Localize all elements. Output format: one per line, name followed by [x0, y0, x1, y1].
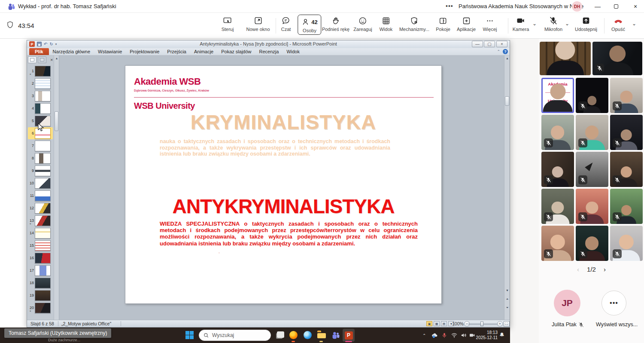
slide-thumbnail-12[interactable]: 12: [28, 202, 53, 214]
ppt-close-button[interactable]: ×: [496, 41, 507, 47]
view-button[interactable]: Widok: [380, 15, 393, 32]
participant-video-tile[interactable]: [576, 152, 608, 187]
ppt-tab-przejscia[interactable]: Przejścia: [163, 48, 190, 55]
share-button[interactable]: Udostępnij: [575, 15, 597, 32]
powerpoint-taskbar-icon[interactable]: P: [343, 329, 355, 342]
clock[interactable]: 18:132025-12-11: [474, 330, 498, 340]
zoom-slider-thumb[interactable]: [480, 322, 483, 326]
fit-to-window-button[interactable]: ⛶: [504, 321, 510, 327]
participant-video-tile[interactable]: [610, 115, 643, 150]
slide-thumbnail-18[interactable]: 18: [28, 277, 53, 289]
close-button[interactable]: ×: [627, 0, 644, 13]
ppt-minimize-button[interactable]: —: [472, 41, 483, 47]
slide-thumbnail-14[interactable]: 14: [28, 227, 53, 239]
participant-video-tile[interactable]: [541, 152, 574, 187]
mic-options-chevron[interactable]: ⌄: [565, 21, 569, 27]
mic-in-use-icon[interactable]: [441, 328, 447, 343]
mechanisms-button[interactable]: Mechanizmy...: [399, 15, 429, 32]
previous-page-chevron[interactable]: ‹: [577, 266, 579, 273]
new-window-button[interactable]: Nowe okno: [246, 15, 270, 32]
scroll-up-icon[interactable]: ▲: [54, 55, 59, 61]
presenter-video-tile[interactable]: Akademia WSBWSB University: [541, 78, 574, 113]
start-button[interactable]: [185, 331, 194, 339]
ppt-tab-plik[interactable]: Plik: [29, 48, 49, 55]
slide-thumbnail-15[interactable]: 15: [28, 239, 53, 251]
ppt-tab-narzedzia-glowne[interactable]: Narzędzia główne: [49, 48, 94, 55]
onedrive-icon[interactable]: [431, 328, 438, 343]
ppt-tab-pokaz-slajdow[interactable]: Pokaz slajdów: [217, 48, 255, 55]
ppt-tab-animacje[interactable]: Animacje: [190, 48, 217, 55]
slide-thumbnail-9[interactable]: 9: [28, 165, 53, 177]
restore-button[interactable]: [608, 0, 625, 13]
camera-options-chevron[interactable]: ⌄: [532, 21, 537, 27]
control-button[interactable]: Steruj: [222, 15, 234, 32]
wifi-icon[interactable]: [451, 328, 458, 343]
scroll-down-icon[interactable]: ▼: [504, 288, 510, 294]
slide-scrollbar[interactable]: ▲ ▼ ⏶ ⏷: [504, 55, 510, 321]
participant-video-tile[interactable]: [541, 115, 574, 150]
slides-tab[interactable]: [28, 56, 36, 63]
edge-icon[interactable]: [304, 331, 312, 339]
previous-slide-icon[interactable]: ⏶: [504, 296, 510, 302]
weather-widget-text[interactable]: Duże zachmurze...: [48, 338, 80, 342]
microphone-button[interactable]: Mikrofon: [544, 15, 562, 32]
chat-button[interactable]: Czat: [281, 15, 291, 32]
notification-bell-icon[interactable]: 🔔︎: [499, 332, 504, 338]
leave-options-chevron[interactable]: ⌄: [632, 21, 636, 27]
slide-thumbnail-1[interactable]: 1*: [28, 65, 53, 77]
ppt-tab-recenzja[interactable]: Recenzja: [255, 48, 283, 55]
slide-thumbnail-3[interactable]: 3: [28, 90, 53, 102]
participant-video-tile[interactable]: [576, 226, 608, 261]
help-icon[interactable]: ?: [503, 49, 508, 54]
ppt-tab-projektowanie[interactable]: Projektowanie: [126, 48, 163, 55]
participant-video-tile[interactable]: [576, 115, 608, 150]
slide-thumbnail-11[interactable]: 11: [28, 190, 53, 202]
participant-avatar-jp[interactable]: JP: [554, 290, 580, 316]
slide-thumbnail-10[interactable]: 10: [28, 177, 53, 189]
participant-video-tile[interactable]: [576, 189, 608, 224]
next-page-chevron[interactable]: ›: [604, 266, 606, 273]
minimize-button[interactable]: —: [589, 0, 606, 13]
slide-thumbnail-2[interactable]: 2: [28, 77, 53, 89]
next-slide-icon[interactable]: ⏷: [504, 305, 510, 311]
scroll-up-icon[interactable]: ▲: [504, 55, 510, 61]
avatar[interactable]: DH: [572, 1, 582, 12]
teams-taskbar-icon[interactable]: [332, 331, 340, 339]
slide-thumbnail-13[interactable]: 13*: [28, 214, 53, 227]
view-all-label[interactable]: Wyświetl wszys...: [596, 322, 638, 328]
participant-video-tile[interactable]: [592, 42, 642, 75]
reading-view-button[interactable]: ▤: [441, 321, 447, 326]
task-view-icon[interactable]: [277, 331, 284, 338]
rooms-button[interactable]: Pokoje: [436, 15, 450, 32]
ppt-maximize-button[interactable]: ▢: [484, 41, 495, 47]
zoom-slider-track[interactable]: [468, 324, 498, 325]
outline-tab[interactable]: [38, 56, 46, 63]
participant-video-tile[interactable]: [610, 226, 643, 261]
more-button[interactable]: Więcej: [483, 15, 497, 32]
slide-thumbnail-17[interactable]: 17: [28, 264, 53, 276]
participant-video-tile[interactable]: [576, 78, 608, 113]
people-button[interactable]: 42 Osoby: [298, 15, 321, 35]
participant-video-tile[interactable]: [540, 42, 591, 75]
slide-thumbnail-4[interactable]: 4: [28, 102, 53, 114]
slide-thumbnail-8[interactable]: 8: [28, 152, 53, 164]
slide-thumbnail-7[interactable]: 7: [28, 140, 53, 152]
thumbnail-scrollbar[interactable]: ▲: [54, 55, 59, 321]
ppt-tab-widok[interactable]: Widok: [283, 48, 304, 55]
raise-hand-button[interactable]: Podnieś rękę: [322, 15, 349, 32]
participant-video-tile[interactable]: [610, 152, 643, 187]
react-button[interactable]: Zareaguj: [353, 15, 372, 32]
slide-thumbnail-20[interactable]: 20*: [28, 302, 53, 314]
firefox-icon[interactable]: [289, 331, 298, 339]
normal-view-button[interactable]: ▣: [426, 321, 432, 326]
apps-button[interactable]: Aplikacje: [457, 15, 476, 32]
overflow-participants-button[interactable]: •••: [601, 291, 626, 315]
participant-video-tile[interactable]: [541, 226, 574, 261]
titlebar-more-icon[interactable]: •••: [446, 3, 453, 9]
slide-canvas[interactable]: Akademia WSB Dąbrowa Górnicza, Cieszyn, …: [125, 65, 442, 304]
participant-video-tile[interactable]: [610, 78, 643, 113]
ribbon-collapse-icon[interactable]: ⌃: [497, 49, 500, 54]
participant-video-tile[interactable]: [610, 189, 643, 224]
camera-button[interactable]: Kamera: [513, 15, 529, 32]
panel-close-icon[interactable]: ×: [50, 57, 53, 62]
